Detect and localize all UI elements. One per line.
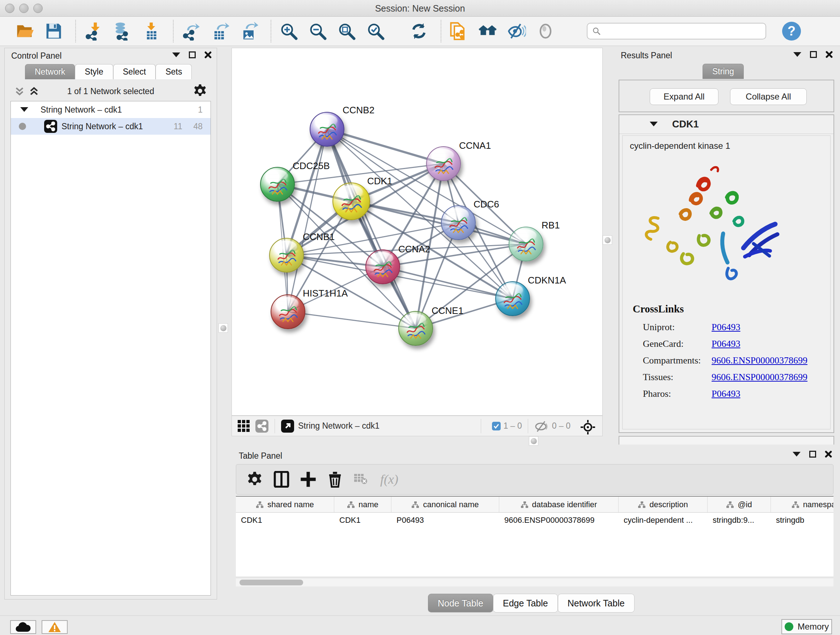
panel-menu-icon[interactable] [793,452,801,456]
refresh-icon[interactable] [409,22,428,41]
network-node-CCNA2[interactable] [365,249,400,284]
tab-sets[interactable]: Sets [156,64,192,79]
export-table-icon[interactable] [210,22,229,41]
open-session-icon[interactable] [15,22,34,41]
search-input[interactable] [587,23,766,40]
network-node-HIST1H1A[interactable] [271,295,305,329]
show-all-icon[interactable] [536,22,555,41]
network-node-CDK1[interactable] [332,182,370,220]
panel-float-icon[interactable] [810,51,817,58]
table-cell[interactable]: cyclin-dependent ... [619,513,707,529]
network-collection-row[interactable]: String Network – cdk1 1 [11,101,210,118]
expand-all-button[interactable]: Expand All [650,88,718,105]
network-node-CDKN1A[interactable] [495,281,530,316]
tab-node-table[interactable]: Node Table [428,594,493,613]
tab-edge-table[interactable]: Edge Table [493,594,558,613]
network-node-CCNA1[interactable] [426,146,461,181]
results-panel: Results Panel String Expand All Collapse… [615,48,838,446]
column-header-database-identifier[interactable]: database identifier [499,497,619,512]
node-table[interactable]: shared namenamecanonical namedatabase id… [236,496,834,577]
zoom-fit-icon[interactable] [337,22,356,41]
import-table-icon[interactable] [142,22,161,41]
column-header-name[interactable]: name [334,497,392,512]
network-badge-icon[interactable] [255,419,269,433]
crosslink-link[interactable]: 9606.ENSP00000378699 [712,355,807,366]
search-input-field[interactable] [604,27,761,36]
network-edge-HIST1H1A-CCNE1[interactable] [288,312,416,328]
table-cell[interactable]: 9606.ENSP00000378699 [499,513,619,529]
network-node-CCNE1[interactable] [398,311,433,346]
table-cell[interactable]: CDK1 [334,513,392,529]
table-row[interactable]: CDK1CDK1P064939606.ENSP00000378699cyclin… [236,513,834,529]
right-splitter-handle[interactable] [603,235,612,245]
show-columns-icon[interactable] [273,471,290,488]
panel-float-icon[interactable] [189,51,196,58]
bottom-splitter-handle[interactable] [529,436,538,446]
warnings-button[interactable] [42,620,68,634]
collapse-icon[interactable] [650,122,658,126]
cloud-button[interactable] [10,620,36,634]
table-cell[interactable]: stringdb [771,513,834,529]
panel-menu-icon[interactable] [172,52,180,57]
entry-header[interactable]: CDK1 [619,115,834,134]
network-row-selected[interactable]: String Network – cdk1 11 48 [11,118,210,135]
column-header-namespace[interactable]: namespace [771,497,834,512]
crosslink-link[interactable]: 9606.ENSP00000378699 [712,372,807,383]
selected-checkbox-icon[interactable] [492,422,501,431]
import-network-icon[interactable] [84,22,103,41]
birdseye-target-icon[interactable] [580,419,596,433]
network-node-CCNB2[interactable] [309,112,344,147]
network-canvas[interactable]: CCNB2CCNA1CDC25BCDK1CDC6RB1CCNB1CCNA2CDK… [232,48,603,416]
network-node-CDC6[interactable] [441,205,476,240]
delete-column-icon[interactable] [327,471,343,488]
network-edge-CCNB2-CCNA1[interactable] [327,129,444,164]
zoom-out-icon[interactable] [308,22,327,41]
horizontal-scrollbar[interactable] [236,578,834,586]
table-cell[interactable]: P06493 [392,513,499,529]
column-header-@id[interactable]: @id [707,497,771,512]
panel-menu-icon[interactable] [793,52,801,57]
gear-icon[interactable] [193,84,207,100]
left-splitter-handle[interactable] [218,323,228,333]
network-node-CCNB1[interactable] [269,238,304,272]
table-cell[interactable]: stringdb:9... [707,513,771,529]
add-column-icon[interactable] [300,471,317,488]
panel-close-icon[interactable] [204,51,212,58]
panel-float-icon[interactable] [809,451,816,458]
crosslink-link[interactable]: P06493 [712,322,740,333]
table-cell[interactable]: CDK1 [236,513,334,529]
network-edge-CCNB2-HIST1H1A[interactable] [288,129,327,312]
column-header-shared-name[interactable]: shared name [236,497,334,512]
export-image-icon[interactable] [240,22,258,41]
open-in-new-window-icon[interactable] [281,419,294,433]
crosslink-link[interactable]: P06493 [712,388,740,399]
grid-view-icon[interactable] [237,419,251,433]
memory-button[interactable]: Memory [782,619,832,634]
collapse-icon[interactable] [20,107,28,112]
column-header-canonical-name[interactable]: canonical name [392,497,499,512]
help-icon[interactable]: ? [782,22,801,41]
network-node-CDC25B[interactable] [260,167,295,202]
import-network-database-icon[interactable] [113,22,132,41]
tab-network[interactable]: Network [25,64,75,79]
zoom-selected-icon[interactable] [366,22,385,41]
zoom-in-icon[interactable] [279,22,298,41]
hide-selected-icon[interactable] [507,22,526,41]
home-icon[interactable] [478,22,497,41]
save-session-icon[interactable] [44,22,63,41]
tab-string[interactable]: String [703,64,744,79]
collapse-all-button[interactable]: Collapse All [730,88,807,105]
table-settings-gear-icon[interactable] [246,471,263,488]
tab-select[interactable]: Select [113,64,156,79]
scrollbar-thumb[interactable] [240,580,303,585]
export-network-icon[interactable] [182,22,201,41]
tab-network-table[interactable]: Network Table [558,594,635,613]
crosslink-link[interactable]: P06493 [712,339,740,349]
panel-close-icon[interactable] [825,450,832,458]
column-header-description[interactable]: description [619,497,707,512]
table-header-row: shared namenamecanonical namedatabase id… [236,497,834,513]
share-file-icon[interactable] [449,22,468,41]
network-node-RB1[interactable] [508,226,543,261]
panel-close-icon[interactable] [826,51,833,58]
tab-style[interactable]: Style [75,64,113,79]
